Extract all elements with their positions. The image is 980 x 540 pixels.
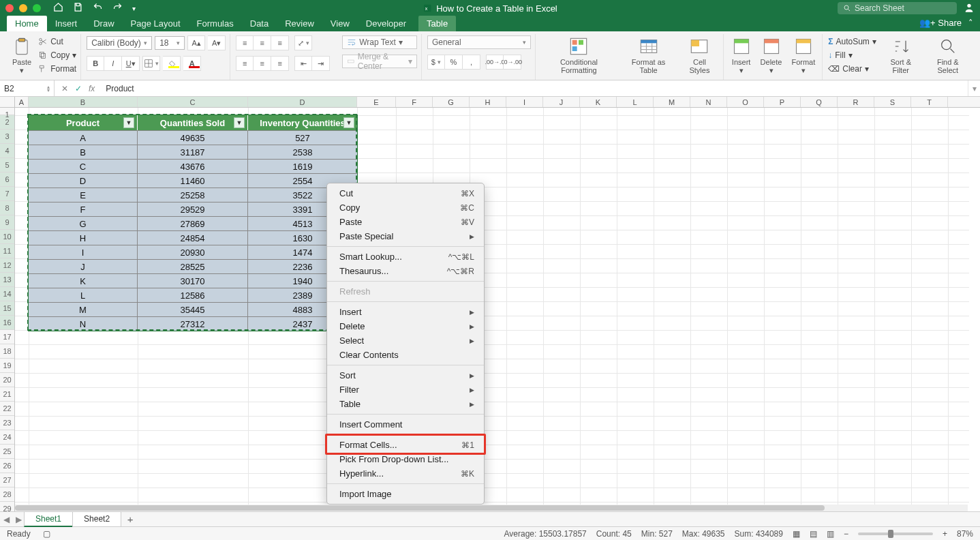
table-header[interactable]: Inventory Quantities▼ [248, 115, 357, 130]
table-cell[interactable]: 527 [248, 130, 357, 145]
table-cell[interactable]: 25258 [138, 188, 248, 202]
view-page-layout-icon[interactable]: ▤ [810, 529, 817, 539]
row-header-21[interactable]: 21 [0, 387, 14, 402]
table-row[interactable]: H248541630 [29, 230, 357, 245]
row-header-24[interactable]: 24 [0, 430, 14, 445]
table-cell[interactable]: K [29, 273, 138, 288]
copy-button[interactable]: Copy ▾ [38, 49, 76, 61]
zoom-out-button[interactable]: − [844, 529, 848, 539]
number-format-selector[interactable]: General [427, 35, 531, 49]
row-header-23[interactable]: 23 [0, 416, 14, 430]
share-button[interactable]: 👥+ Share [919, 18, 962, 28]
delete-cells-button[interactable]: Delete▾ [758, 35, 785, 76]
accept-formula-icon[interactable]: ✓ [75, 84, 82, 93]
row-header-27[interactable]: 27 [0, 473, 14, 487]
table-row[interactable]: F295293391 [29, 202, 357, 216]
macro-record-icon[interactable]: ▢ [43, 529, 50, 539]
row-header-28[interactable]: 28 [0, 487, 14, 502]
table-row[interactable]: M354454883 [29, 302, 357, 316]
find-select-button[interactable]: Find & Select [925, 35, 970, 76]
autosum-button[interactable]: ΣAutoSum ▾ [828, 35, 876, 48]
row-header-13[interactable]: 13 [0, 273, 14, 287]
table-row[interactable]: K301701940 [29, 273, 357, 288]
comma-format-button[interactable]: , [463, 55, 480, 70]
select-all-corner[interactable] [0, 97, 15, 107]
merge-center-button[interactable]: Merge & Center ▾ [342, 55, 417, 68]
filter-button[interactable]: ▼ [234, 117, 245, 128]
row-header-2[interactable]: 2 [0, 115, 14, 130]
row-header-11[interactable]: 11 [0, 244, 14, 258]
table-row[interactable]: A49635527 [29, 130, 357, 145]
ribbon-tab-draw[interactable]: Draw [85, 16, 122, 31]
view-page-break-icon[interactable]: ▥ [827, 529, 834, 539]
font-size-selector[interactable]: 18 [155, 36, 185, 50]
prev-sheet-icon[interactable]: ◀ [0, 515, 12, 524]
row-header-12[interactable]: 12 [0, 258, 14, 273]
zoom-slider[interactable] [858, 532, 933, 535]
table-cell[interactable]: I [29, 245, 138, 259]
table-cell[interactable]: 35445 [138, 302, 248, 316]
ribbon-tab-table[interactable]: Table [418, 16, 456, 31]
table-cell[interactable]: L [29, 288, 138, 302]
redo-icon[interactable] [112, 2, 123, 14]
context-menu-item-insert-comment[interactable]: Insert Comment [327, 417, 484, 432]
row-header-16[interactable]: 16 [0, 316, 14, 330]
qat-dropdown-icon[interactable]: ▾ [132, 5, 136, 12]
column-header-M[interactable]: M [654, 97, 690, 107]
ribbon-tab-home[interactable]: Home [7, 16, 47, 31]
context-menu-item-pick-from-drop-down-list[interactable]: Pick From Drop-down List... [327, 452, 484, 466]
table-cell[interactable]: F [29, 202, 138, 216]
increase-decimal-button[interactable]: .00→.0 [486, 55, 504, 70]
table-row[interactable]: I209301474 [29, 245, 357, 259]
ribbon-tab-insert[interactable]: Insert [47, 16, 86, 31]
table-cell[interactable]: 24854 [138, 230, 248, 245]
row-header-4[interactable]: 4 [0, 144, 14, 158]
row-header-14[interactable]: 14 [0, 287, 14, 301]
font-selector[interactable]: Calibri (Body) [87, 36, 152, 50]
column-header-F[interactable]: F [396, 97, 433, 107]
table-row[interactable]: E252583522 [29, 188, 357, 202]
orientation-button[interactable]: ⤢ [294, 35, 312, 50]
ribbon-tab-formulas[interactable]: Formulas [189, 16, 242, 31]
underline-button[interactable]: U ▾ [122, 56, 140, 71]
italic-button[interactable]: I [104, 56, 122, 71]
increase-font-button[interactable]: A▴ [187, 35, 205, 50]
view-normal-icon[interactable]: ▦ [793, 529, 800, 539]
align-middle-button[interactable]: ≡ [254, 35, 271, 50]
column-header-B[interactable]: B [29, 97, 138, 107]
table-row[interactable]: J285252236 [29, 259, 357, 273]
sheet-tab-sheet2[interactable]: Sheet2 [72, 511, 121, 527]
table-header[interactable]: Quantities Sold▼ [138, 115, 248, 130]
context-menu-item-paste[interactable]: Paste⌘V [327, 215, 484, 229]
table-cell[interactable]: B [29, 145, 138, 159]
filter-button[interactable]: ▼ [123, 117, 134, 128]
table-cell[interactable]: 2538 [248, 145, 357, 159]
row-header-9[interactable]: 9 [0, 215, 14, 230]
paste-button[interactable]: Paste▾ [10, 35, 34, 76]
row-header-10[interactable]: 10 [0, 230, 14, 244]
context-menu-item-copy[interactable]: Copy⌘C [327, 200, 484, 215]
fill-button[interactable]: ↓Fill ▾ [828, 49, 876, 61]
borders-button[interactable] [142, 56, 160, 71]
zoom-level[interactable]: 87% [957, 529, 973, 539]
row-header-7[interactable]: 7 [0, 187, 14, 201]
zoom-in-button[interactable]: + [943, 529, 947, 539]
row-header-3[interactable]: 3 [0, 130, 14, 144]
context-menu-item-import-image[interactable]: Import Image [327, 487, 484, 501]
table-cell[interactable]: 11460 [138, 173, 248, 188]
worksheet-grid[interactable]: ABCDEFGHIJKLMNOPQRST 1234567891011121314… [0, 97, 980, 511]
table-cell[interactable]: A [29, 130, 138, 145]
table-cell[interactable]: 29529 [138, 202, 248, 216]
next-sheet-icon[interactable]: ▶ [12, 515, 25, 524]
ribbon-tab-review[interactable]: Review [277, 16, 322, 31]
format-as-table-button[interactable]: Format as Table [621, 35, 676, 76]
column-header-N[interactable]: N [690, 97, 727, 107]
column-header-S[interactable]: S [874, 97, 911, 107]
table-row[interactable]: N273122437 [29, 316, 357, 331]
context-menu-item-select[interactable]: Select [327, 333, 484, 348]
table-cell[interactable]: C [29, 159, 138, 173]
table-cell[interactable]: G [29, 216, 138, 230]
context-menu-item-hyperlink[interactable]: Hyperlink...⌘K [327, 466, 484, 481]
align-top-button[interactable]: ≡ [236, 35, 254, 50]
align-center-button[interactable]: ≡ [254, 56, 271, 71]
